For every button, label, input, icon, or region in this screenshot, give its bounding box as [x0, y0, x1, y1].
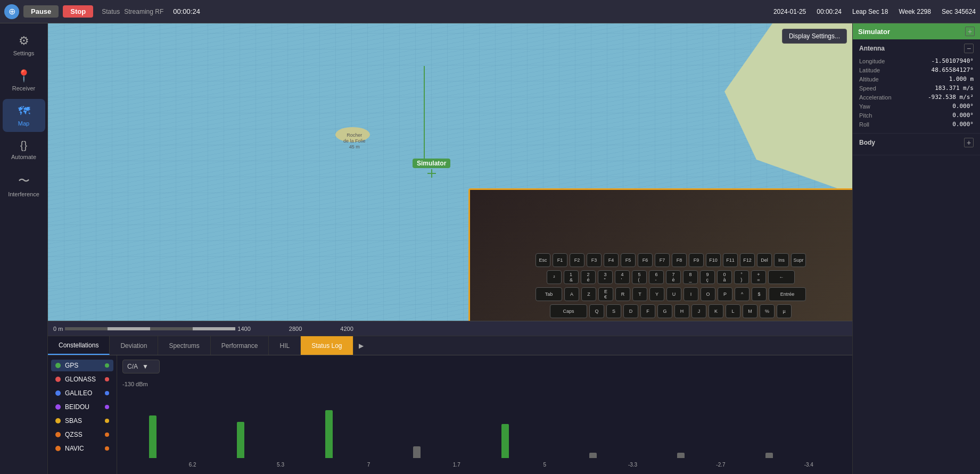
bar-group-5: 5 [501, 424, 588, 458]
dot-galileo [55, 390, 61, 396]
constellation-gps[interactable]: GPS [51, 360, 113, 371]
key-f11: F11 [723, 253, 738, 267]
week-display: Week 2298 [899, 8, 931, 15]
speed-label: Speed [859, 85, 876, 92]
key-e: E€ [598, 287, 613, 301]
acceleration-row: Acceleration -932.538 m/s² [859, 93, 974, 102]
key-a: A [564, 287, 579, 301]
tab-spectrums[interactable]: Spectrums [158, 336, 210, 355]
antenna-collapse-button[interactable]: − [964, 44, 974, 53]
pitch-value: 0.000° [952, 112, 974, 119]
key-6: 6- [649, 270, 664, 284]
sidebar-item-settings[interactable]: ⚙ Settings [3, 29, 45, 62]
constellation-galileo[interactable]: GALILEO [51, 387, 113, 399]
bar-7 [677, 453, 685, 458]
key-4: 4' [615, 270, 630, 284]
scale-min: 0 m [53, 326, 63, 332]
constellation-beidou[interactable]: BEIDOU [51, 401, 113, 413]
elapsed-time: 00:00:24 [173, 7, 200, 15]
sidebar-item-automate[interactable]: {} Automate [3, 134, 45, 165]
automate-icon: {} [20, 139, 27, 152]
acceleration-label: Acceleration [859, 94, 892, 101]
constellation-list: GPS GLONASS GALILEO [48, 355, 117, 474]
latitude-value: 48.65584127° [932, 66, 974, 73]
key-q: Q [589, 304, 604, 318]
bar-8 [765, 453, 773, 458]
tab-constellations[interactable]: Constellations [48, 336, 110, 355]
key-mu: µ [777, 304, 792, 318]
key-h: H [674, 304, 689, 318]
dot-navic [55, 446, 61, 451]
body-expand-button[interactable]: + [964, 138, 974, 147]
sidebar-label-automate: Automate [11, 154, 36, 160]
dot-sbas [55, 418, 61, 423]
constellation-sbas[interactable]: SBAS [51, 415, 113, 427]
bar-label-6: -3.3 [628, 462, 637, 468]
altitude-label: Altitude [859, 76, 879, 82]
key-percent: % [760, 304, 775, 318]
tab-bar: Constellations Deviation Spectrums Perfo… [48, 336, 852, 355]
key-f2: F2 [570, 253, 584, 267]
key-u: U [666, 287, 681, 301]
streaming-label: Streaming RF [124, 8, 163, 15]
simulator-panel-title: Simulator [858, 28, 890, 36]
bar-group-8: -3.4 [765, 453, 852, 458]
altitude-value: 1.000 m [949, 76, 974, 82]
simulator-track-line [424, 66, 425, 162]
latitude-label: Latitude [859, 67, 880, 73]
time-display: 00:00:24 [817, 8, 842, 15]
sidebar-item-map[interactable]: 🗺 Map [3, 99, 45, 132]
key-k: K [709, 304, 723, 318]
bar-group-6: -3.3 [589, 453, 676, 458]
constellation-navic[interactable]: NAVIC [51, 443, 113, 454]
key-f7: F7 [655, 253, 670, 267]
tab-hil[interactable]: HIL [269, 336, 301, 355]
leap-sec: Leap Sec 18 [852, 8, 888, 15]
longitude-row: Longitude -1.50107940° [859, 56, 974, 65]
status-dot-gps [105, 363, 109, 368]
right-panel: Simulator + Antenna − Longitude -1.50107… [852, 23, 980, 474]
key-o: O [701, 287, 715, 301]
bar-label-1: 6.2 [189, 462, 196, 468]
map-view[interactable]: Rocherde la Folie45 m Simulator Display … [48, 23, 852, 321]
tab-performance[interactable]: Performance [211, 336, 269, 355]
simulator-plus-button[interactable]: + [965, 27, 975, 36]
body-section: Body + [853, 134, 980, 155]
acceleration-value: -932.538 m/s² [928, 94, 974, 101]
key-i: I [683, 287, 698, 301]
constellation-qzss[interactable]: QZSS [51, 429, 113, 440]
speed-row: Speed 183.371 m/s [859, 84, 974, 93]
key-ins: Ins [774, 253, 789, 267]
tab-status-log[interactable]: Status Log [301, 336, 353, 355]
bar-label-5: 5 [543, 462, 546, 468]
topbar-info: 2024-01-25 00:00:24 Leap Sec 18 Week 229… [773, 8, 976, 15]
simulator-marker[interactable]: Simulator [413, 159, 450, 178]
tab-deviation[interactable]: Deviation [110, 336, 158, 355]
sidebar-item-receiver[interactable]: 📍 Receiver [3, 64, 45, 97]
latitude-row: Latitude 48.65584127° [859, 65, 974, 74]
key-s: S [606, 304, 621, 318]
chart-y-label: -130 dBm [122, 381, 148, 387]
sidebar-item-interference[interactable]: 〜 Interference [3, 168, 45, 203]
simulator-crosshair [427, 169, 436, 178]
yaw-label: Yaw [859, 103, 870, 110]
key-plus: += [751, 270, 766, 284]
pitch-row: Pitch 0.000° [859, 111, 974, 120]
antenna-section: Antenna − Longitude -1.50107940° Latitud… [853, 39, 980, 134]
stop-button[interactable]: Stop [63, 5, 93, 18]
key-7: 7è [666, 270, 681, 284]
constellation-glonass[interactable]: GLONASS [51, 373, 113, 385]
bar-4 [413, 446, 421, 458]
bar-2 [237, 422, 244, 458]
key-f10: F10 [706, 253, 721, 267]
chart-area: C/A ▼ -130 dBm 6.2 [117, 355, 852, 474]
status-dot-qzss [105, 433, 109, 437]
sec-display: Sec 345624 [942, 8, 976, 15]
key-hat: ^ [735, 287, 750, 301]
display-settings-button[interactable]: Display Settings... [782, 29, 847, 44]
tab-more[interactable]: ▶ [353, 336, 369, 355]
ca-selector[interactable]: C/A ▼ [122, 360, 160, 373]
sidebar: ⚙ Settings 📍 Receiver 🗺 Map {} Automate … [0, 23, 48, 474]
pause-button[interactable]: Pause [23, 5, 59, 18]
keyboard-overlay: Esc F1 F2 F3 F4 F5 F6 F7 F8 F9 F10 F11 F… [468, 188, 852, 321]
